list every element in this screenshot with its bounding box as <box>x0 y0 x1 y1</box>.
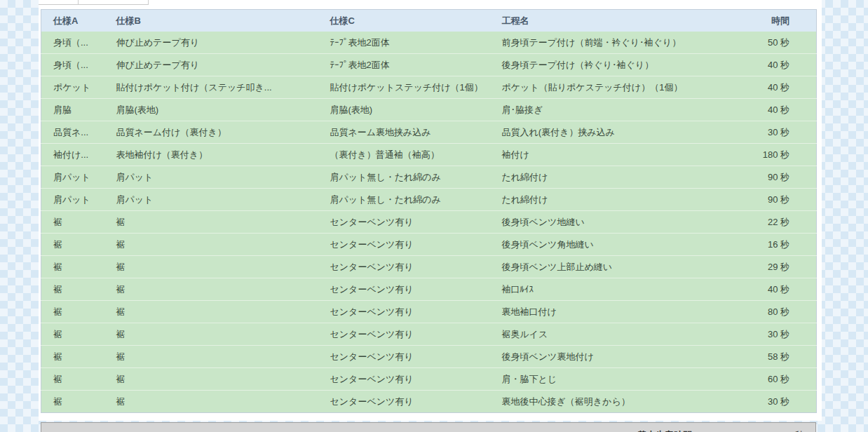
cell-time: 30 秒 <box>737 121 817 144</box>
tab-active-edge <box>149 0 822 5</box>
cell-time: 16 秒 <box>737 234 817 256</box>
cell-spec-c: 肩脇(表地) <box>325 99 496 121</box>
cell-spec-b: 肩脇(表地) <box>111 99 325 121</box>
cell-spec-b: 裾 <box>111 368 325 391</box>
cell-spec-c: センターベンツ有り <box>325 234 496 256</box>
cell-spec-c: センターベンツ有り <box>325 346 496 368</box>
table-row[interactable]: 身頃（... 伸び止めテープ有り ﾃｰﾌﾟ表地2面体 前身頃テープ付け（前端・衿… <box>41 32 817 54</box>
cell-spec-c: ﾃｰﾌﾟ表地2面体 <box>325 54 496 76</box>
cell-spec-c: センターベンツ有り <box>325 278 496 301</box>
cell-process: 後身頃ベンツ裏地付け <box>496 346 737 368</box>
cell-spec-b: 肩パット <box>111 189 325 211</box>
cell-spec-c: センターベンツ有り <box>325 323 496 346</box>
header-cell-spec-b: 仕様B <box>111 10 325 32</box>
cell-spec-a: 身頃（... <box>41 54 111 76</box>
cell-time: 29 秒 <box>737 256 817 278</box>
cell-spec-b: 裾 <box>111 211 325 234</box>
table-row[interactable]: 身頃（... 伸び止めテープ有り ﾃｰﾌﾟ表地2面体 後身頃テープ付け（衿ぐり･… <box>41 54 817 76</box>
cell-time: 30 秒 <box>737 391 817 413</box>
cell-time: 30 秒 <box>737 323 817 346</box>
cell-spec-a: 裾 <box>41 323 111 346</box>
cell-spec-b: 肩パット <box>111 166 325 189</box>
table-row[interactable]: ポケット 貼付けポケット付け（ステッチ叩き... 貼付けポケットステッチ付け（1… <box>41 76 817 99</box>
tab-stub-1[interactable] <box>39 0 79 5</box>
cell-time: 180 秒 <box>737 144 817 166</box>
cell-time: 40 秒 <box>737 99 817 121</box>
table-row[interactable]: 裾 裾 センターベンツ有り 後身頃ベンツ角地縫い 16 秒 <box>41 234 817 256</box>
process-spec-table: 仕様A 仕様B 仕様C 工程名 時間 身頃（... 伸び止めテープ有り ﾃｰﾌﾟ… <box>41 9 817 413</box>
cell-process: 後身頃ベンツ角地縫い <box>496 234 737 256</box>
cell-spec-c: 品質ネーム裏地挟み込み <box>325 121 496 144</box>
cell-spec-a: 品質ネ... <box>41 121 111 144</box>
table-row[interactable]: 肩パット 肩パット 肩パット無し・たれ綿のみ たれ綿付け 90 秒 <box>41 189 817 211</box>
tab-stub-2[interactable] <box>79 0 149 5</box>
table-body: 身頃（... 伸び止めテープ有り ﾃｰﾌﾟ表地2面体 前身頃テープ付け（前端・衿… <box>41 32 817 413</box>
cell-process: 袖付け <box>496 144 737 166</box>
cell-time: 80 秒 <box>737 301 817 323</box>
cell-spec-a: 裾 <box>41 256 111 278</box>
cell-spec-a: 裾 <box>41 234 111 256</box>
cell-spec-c: 貼付けポケットステッチ付け（1個） <box>325 76 496 99</box>
table-row[interactable]: 裾 裾 センターベンツ有り 裾奥ルイス 30 秒 <box>41 323 817 346</box>
cell-spec-a: 袖付け... <box>41 144 111 166</box>
cell-time: 40 秒 <box>737 278 817 301</box>
table-row[interactable]: 裾 裾 センターベンツ有り 袖口ﾙｲｽ 40 秒 <box>41 278 817 301</box>
cell-spec-b: 伸び止めテープ有り <box>111 32 325 54</box>
cell-spec-c: ﾃｰﾌﾟ表地2面体 <box>325 32 496 54</box>
cell-time: 90 秒 <box>737 166 817 189</box>
cell-spec-c: センターベンツ有り <box>325 256 496 278</box>
cell-spec-b: 表地袖付け（裏付き） <box>111 144 325 166</box>
cell-spec-a: 裾 <box>41 368 111 391</box>
cell-process: 品質入れ(裏付き）挟み込み <box>496 121 737 144</box>
table-row[interactable]: 裾 裾 センターベンツ有り 裏地後中心接ぎ（裾明きから） 30 秒 <box>41 391 817 413</box>
cell-process: ポケット（貼りポケステッチ付け）（1個） <box>496 76 737 99</box>
cell-spec-a: 肩パット <box>41 166 111 189</box>
tab-strip <box>39 0 822 5</box>
table-row[interactable]: 裾 裾 センターベンツ有り 後身頃ベンツ裏地付け 58 秒 <box>41 346 817 368</box>
cell-spec-b: 裾 <box>111 301 325 323</box>
cell-spec-a: 裾 <box>41 301 111 323</box>
cell-spec-a: 裾 <box>41 278 111 301</box>
cell-spec-b: 貼付けポケット付け（ステッチ叩き... <box>111 76 325 99</box>
cell-process: 袖口ﾙｲｽ <box>496 278 737 301</box>
cell-process: 裏地後中心接ぎ（裾明きから） <box>496 391 737 413</box>
cell-spec-a: 身頃（... <box>41 32 111 54</box>
cell-spec-c: センターベンツ有り <box>325 301 496 323</box>
content-panel: 仕様A 仕様B 仕様C 工程名 時間 身頃（... 伸び止めテープ有り ﾃｰﾌﾟ… <box>39 0 822 421</box>
cell-time: 40 秒 <box>737 76 817 99</box>
cell-spec-a: 肩脇 <box>41 99 111 121</box>
table-row[interactable]: 品質ネ... 品質ネーム付け（裏付き） 品質ネーム裏地挟み込み 品質入れ(裏付き… <box>41 121 817 144</box>
cell-time: 90 秒 <box>737 189 817 211</box>
table-row[interactable]: 肩脇 肩脇(表地) 肩脇(表地) 肩･脇接ぎ 40 秒 <box>41 99 817 121</box>
cell-process: 肩･脇接ぎ <box>496 99 737 121</box>
cell-process: 後身頃ベンツ上部止め縫い <box>496 256 737 278</box>
header-cell-process: 工程名 <box>496 10 737 32</box>
cell-process: 裏地袖口付け <box>496 301 737 323</box>
summary-bar: 基本生産時間 1,721 秒 <box>41 422 816 432</box>
table-row[interactable]: 裾 裾 センターベンツ有り 後身頃ベンツ地縫い 22 秒 <box>41 211 817 234</box>
table-row[interactable]: 裾 裾 センターベンツ有り 肩・脇下とじ 60 秒 <box>41 368 817 391</box>
cell-spec-b: 裾 <box>111 346 325 368</box>
cell-spec-a: 裾 <box>41 391 111 413</box>
header-cell-spec-c: 仕様C <box>325 10 496 32</box>
cell-process: 後身頃テープ付け（衿ぐり･袖ぐり） <box>496 54 737 76</box>
cell-spec-b: 裾 <box>111 391 325 413</box>
cell-spec-c: センターベンツ有り <box>325 368 496 391</box>
cell-time: 58 秒 <box>737 346 817 368</box>
table-row[interactable]: 肩パット 肩パット 肩パット無し・たれ綿のみ たれ綿付け 90 秒 <box>41 166 817 189</box>
cell-spec-b: 伸び止めテープ有り <box>111 54 325 76</box>
cell-spec-b: 裾 <box>111 256 325 278</box>
cell-time: 40 秒 <box>737 54 817 76</box>
table-row[interactable]: 裾 裾 センターベンツ有り 後身頃ベンツ上部止め縫い 29 秒 <box>41 256 817 278</box>
table-header: 仕様A 仕様B 仕様C 工程名 時間 <box>41 10 817 32</box>
cell-process: たれ綿付け <box>496 189 737 211</box>
cell-spec-b: 品質ネーム付け（裏付き） <box>111 121 325 144</box>
cell-spec-a: 肩パット <box>41 189 111 211</box>
cell-spec-c: センターベンツ有り <box>325 211 496 234</box>
table-row[interactable]: 裾 裾 センターベンツ有り 裏地袖口付け 80 秒 <box>41 301 817 323</box>
table-header-row: 仕様A 仕様B 仕様C 工程名 時間 <box>41 10 817 32</box>
cell-process: 裾奥ルイス <box>496 323 737 346</box>
table-row[interactable]: 袖付け... 表地袖付け（裏付き） （裏付き）普通袖（袖高） 袖付け 180 秒 <box>41 144 817 166</box>
cell-spec-b: 裾 <box>111 323 325 346</box>
cell-spec-a: 裾 <box>41 211 111 234</box>
